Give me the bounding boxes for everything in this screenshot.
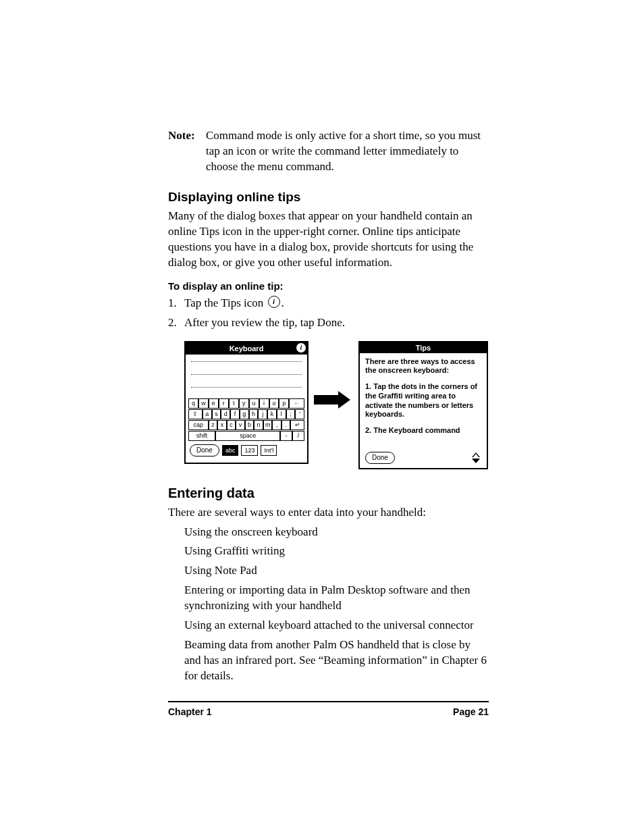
key: /	[292, 431, 304, 441]
key: c	[227, 420, 236, 430]
step-2: 2. After you review the tip, tap Done.	[168, 314, 489, 332]
keyboard-title-text: Keyboard	[230, 344, 264, 353]
figure-keyboard-dialog: Keyboard i q w e r t y u i	[184, 341, 308, 464]
list-item: Using Note Pad	[184, 563, 489, 579]
figure-tips-dialog: Tips There are three ways to access the …	[358, 341, 488, 469]
backspace-key: ←	[289, 398, 304, 409]
key: l	[277, 409, 286, 419]
key: m	[263, 420, 273, 430]
done-button: Done	[365, 452, 395, 464]
key: ⇧	[188, 409, 203, 419]
key: g	[240, 409, 249, 419]
key: ;	[286, 409, 296, 419]
footer-right: Page 21	[453, 706, 489, 717]
list-item: Beaming data from another Palm OS handhe…	[184, 637, 489, 684]
step1-text-b: .	[281, 296, 284, 309]
step-1: 1. Tap the Tips icon .	[168, 294, 489, 312]
shift-key: shift	[188, 431, 215, 441]
info-icon: i	[296, 343, 306, 353]
key: ,	[272, 420, 281, 430]
step-number: 2.	[168, 314, 184, 332]
subheading-to-display: To display an online tip:	[168, 280, 489, 292]
key: f	[230, 409, 240, 419]
keyboard-keys: q w e r t y u i o p ← ⇧ a	[186, 398, 307, 441]
key: y	[239, 398, 249, 409]
list-item: Using Graffiti writing	[184, 544, 489, 559]
list-item: Using the onscreen keyboard	[184, 525, 489, 540]
key: p	[279, 398, 289, 409]
key: d	[221, 409, 230, 419]
tips-text: There are three ways to access the onscr…	[365, 357, 481, 376]
heading-displaying-online-tips: Displaying online tips	[168, 190, 489, 205]
key: w	[198, 398, 209, 409]
figure-row: Keyboard i q w e r t y u i	[168, 341, 489, 469]
return-key: ↵	[290, 420, 304, 430]
key: k	[267, 409, 277, 419]
footer-left: Chapter 1	[168, 706, 212, 717]
tips-icon	[268, 296, 280, 308]
step-number: 1.	[168, 294, 184, 312]
abc-tab: abc	[222, 445, 239, 456]
cap-key: cap	[188, 420, 209, 430]
list-item: Entering or importing data in Palm Deskt…	[184, 583, 489, 614]
entering-intro: There are several ways to enter data int…	[168, 505, 489, 521]
key: '	[295, 409, 304, 419]
key: n	[254, 420, 263, 430]
note-block: Note: Command mode is only active for a …	[168, 128, 489, 175]
key: t	[229, 398, 239, 409]
heading-entering-data: Entering data	[168, 486, 489, 501]
tips-body: There are three ways to access the onscr…	[360, 353, 487, 436]
tips-text: 1. Tap the dots in the corners of the Gr…	[365, 382, 481, 419]
key: v	[236, 420, 245, 430]
intl-tab: Int'l	[261, 445, 277, 456]
key: r	[219, 398, 229, 409]
tips-paragraph: Many of the dialog boxes that appear on …	[168, 209, 489, 271]
step-text: Tap the Tips icon .	[184, 294, 489, 312]
key: .	[281, 420, 291, 430]
done-button: Done	[190, 444, 219, 457]
key: -	[280, 431, 292, 441]
arrow-icon	[314, 391, 350, 409]
footer-rule	[168, 701, 489, 702]
tips-title: Tips	[360, 342, 487, 353]
key: h	[249, 409, 259, 419]
key: i	[259, 398, 269, 409]
key: o	[269, 398, 279, 409]
key: q	[188, 398, 198, 409]
num-tab: 123	[241, 445, 258, 456]
key: s	[212, 409, 221, 419]
keyboard-text-area	[186, 355, 307, 398]
key: j	[258, 409, 267, 419]
step-text: After you review the tip, tap Done.	[184, 314, 489, 332]
tips-text: 2. The Keyboard command	[365, 426, 481, 436]
scroll-arrows-icon	[472, 452, 481, 463]
step1-text-a: Tap the Tips icon	[184, 296, 267, 309]
key: x	[217, 420, 227, 430]
note-body: Command mode is only active for a short …	[206, 128, 489, 175]
key: u	[249, 398, 259, 409]
space-key: space	[215, 431, 281, 441]
list-item: Using an external keyboard attached to t…	[184, 618, 489, 633]
key: e	[209, 398, 219, 409]
keyboard-title: Keyboard i	[186, 342, 307, 355]
page-footer: Chapter 1 Page 21	[168, 706, 489, 717]
key: z	[209, 420, 218, 430]
key: a	[203, 409, 212, 419]
key: b	[245, 420, 254, 430]
keyboard-footer: Done abc 123 Int'l	[186, 442, 307, 457]
note-label: Note:	[168, 128, 206, 175]
